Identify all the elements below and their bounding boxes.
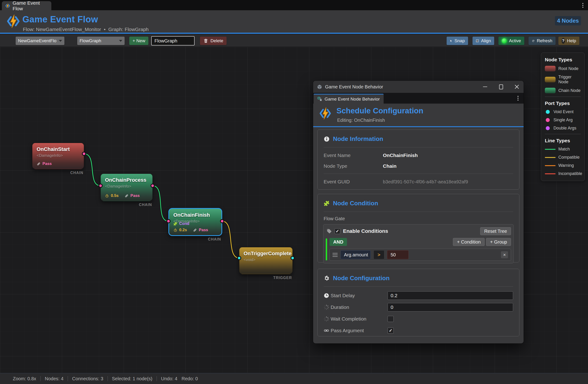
align-button[interactable]: Align [472, 37, 494, 45]
snap-button-label: Snap [455, 38, 465, 43]
section-divider [324, 147, 513, 147]
condition-badge: Cond [173, 222, 189, 226]
snap-button[interactable]: Snap [447, 37, 468, 45]
info-icon [324, 136, 330, 142]
puzzle-icon [324, 201, 330, 206]
graph-node-onchainprocess[interactable]: OnChainProcess <DamageInfo> 0.5s Pass CH… [101, 174, 153, 201]
graph-node-ontriggercomplete[interactable]: OnTriggerComplete <void> TRIGGER [239, 247, 293, 274]
active-status-dot [502, 38, 507, 43]
status-connections: Connections: 3 [72, 376, 103, 382]
section-divider [324, 174, 513, 174]
enable-conditions-label: Enable Conditions [343, 228, 388, 234]
node-information-title: Node Information [333, 135, 383, 142]
node-arg-type: <DamageInfo> [37, 153, 80, 158]
wait-completion-checkbox[interactable] [388, 316, 394, 322]
subtitle-flow: Flow: NewGameEventFlow_Monitor [23, 27, 101, 32]
pass-badge: Pass [37, 162, 52, 166]
node-type-value: Chain [383, 163, 397, 169]
node-kind-label: TRIGGER [273, 276, 292, 280]
maximize-button[interactable] [498, 83, 504, 90]
group-depth-bar [326, 238, 327, 260]
gear-icon [324, 275, 330, 281]
event-guid-label: Event GUID [324, 179, 383, 184]
status-selected: Selected: 1 node(s) [112, 376, 152, 382]
match-line-swatch [545, 149, 556, 150]
app-tab-game-event-flow[interactable]: Game Event Flow [2, 1, 51, 10]
delay-badge-label: 0.2s [179, 228, 187, 232]
remove-condition-button[interactable]: × [501, 251, 508, 258]
node-condition-title: Node Condition [333, 200, 378, 207]
tag-icon [327, 229, 332, 234]
condition-operator-selector[interactable]: > [374, 250, 384, 259]
legend-divider [545, 134, 581, 134]
duration-input[interactable] [388, 303, 513, 311]
reset-tree-button[interactable]: Reset Tree [480, 227, 511, 235]
graph-select-dropdown[interactable]: FlowGraph [77, 37, 125, 45]
graph-node-onchainstart[interactable]: OnChainStart <DamageInfo> Pass CHAIN [32, 143, 84, 169]
new-graph-button[interactable]: + New [129, 37, 148, 45]
window-title-bar[interactable]: Game Event Node Behavior [313, 81, 524, 93]
legend-label: Trigger Node [558, 75, 581, 84]
delay-badge: 0.5s [105, 193, 119, 198]
app-root: Game Event Flow Game Event Flow Flow: Ne… [0, 0, 588, 384]
refresh-button[interactable]: Refresh [528, 37, 556, 45]
node-behavior-window: Game Event Node Behavior Game Event Node… [313, 81, 524, 344]
active-toggle-button[interactable]: Active [498, 37, 524, 45]
legend-label: Compatible [558, 155, 580, 160]
legend-label: Warning [558, 163, 574, 168]
refresh-icon [532, 39, 535, 43]
wait-completion-label: Wait Completion [331, 316, 388, 322]
pass-badge-label: Pass [42, 162, 52, 166]
node-kind-label: CHAIN [208, 237, 221, 242]
legend-label: Double Args [553, 126, 576, 131]
drag-handle-icon[interactable] [333, 253, 338, 257]
condition-field-selector[interactable]: Arg.amount [340, 250, 371, 259]
flow-logo-icon [5, 3, 10, 9]
window-menu-kebab-icon[interactable] [581, 2, 585, 8]
toolbar: NewGameEventFlow_M FlowGraph + New Delet… [0, 34, 588, 47]
help-button[interactable]: ? Help [558, 37, 579, 45]
condition-tree-box: ✓ Enable Conditions Reset Tree AND + Con… [323, 224, 514, 263]
event-name-label: Event Name [324, 153, 383, 158]
group-operator-button[interactable]: AND [330, 238, 347, 246]
enable-conditions-checkbox[interactable]: ✓ [335, 228, 340, 234]
start-delay-input[interactable] [388, 291, 513, 300]
unity-cube-icon [317, 84, 322, 90]
spinner-icon [324, 316, 329, 322]
close-button[interactable] [513, 83, 520, 90]
minimize-icon [483, 86, 487, 87]
root-node-swatch [545, 66, 556, 71]
event-guid-value: b3edf391-507c-4f06-a4b7-aea18ea92af9 [383, 179, 468, 184]
status-bar: Zoom: 0.8x Nodes: 4 Connections: 3 Selec… [0, 373, 588, 384]
window-tab-game-event-node-behavior[interactable]: Game Event Node Behavior [314, 94, 384, 103]
subtitle-graph: Graph: FlowGraph [108, 27, 149, 32]
flow-select-dropdown[interactable]: NewGameEventFlow_M [16, 37, 64, 45]
flow-gate-label: Flow Gate [317, 216, 519, 222]
pass-argument-checkbox[interactable]: ✓ [388, 327, 394, 334]
cursor-icon [450, 39, 452, 43]
schedule-accent-rule [313, 126, 524, 127]
node-title: OnChainProcess [105, 177, 148, 183]
single-arg-dot [546, 118, 550, 122]
condition-group: AND + Condition + Group Arg.amount > 50 … [326, 238, 511, 261]
graph-node-onchainfinish[interactable]: OnChainFinish <DamageInfo> Cond 0.2s Pas… [168, 208, 222, 236]
condition-value-input[interactable]: 50 [387, 250, 409, 259]
node-arg-type: <DamageInfo> [105, 184, 148, 189]
tab-menu-kebab-icon[interactable] [516, 95, 520, 101]
legend-item: Single Arg [545, 118, 581, 122]
page-subtitle: Flow: NewGameEventFlow_Monitor • Graph: … [23, 27, 149, 32]
dropdown-caret-icon [119, 40, 122, 42]
minimize-button[interactable] [482, 83, 489, 90]
add-condition-button[interactable]: + Condition [453, 238, 485, 246]
delete-graph-button[interactable]: Delete [200, 37, 227, 45]
flow-select-value: NewGameEventFlow_M [18, 38, 57, 43]
graph-name-input[interactable] [151, 36, 195, 45]
section-divider [324, 212, 513, 212]
legend-item: Void Event [545, 109, 581, 114]
node-title: OnChainFinish [173, 212, 217, 218]
trash-icon [203, 38, 208, 43]
legend-divider [545, 97, 581, 97]
legend-item: Incompatible [545, 171, 581, 176]
legend-panel: Node Types Root Node Trigger Node Chain … [541, 53, 585, 181]
add-group-button[interactable]: + Group [486, 238, 511, 246]
